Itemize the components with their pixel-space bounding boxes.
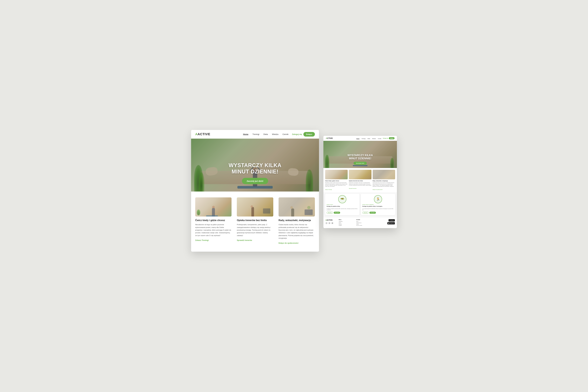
secondary-hero: WYSTARCZY KILKA MINUT DZIENNIE! Zacznij … [324,141,397,168]
secondary-logo: ACTIVE [326,137,333,139]
s-feature-3: Rady, wskazówki, motywacja Chyba każda o… [373,170,395,191]
main-card: AACTIVE Home Treningi Dieta Wiedza Cenni… [191,130,319,252]
s-package-desc-2: Już od pierwszego dnia użytkowania ciesz… [362,208,394,210]
secondary-card: ACTIVE Home Treningi Dieta Wiedza Cennik… [324,136,397,228]
s-package-icon-1: 🥗 [338,195,346,203]
start-button[interactable]: Zacznij już dziś! [242,178,268,184]
s-logo-ctive: CTIVE [327,137,333,139]
s-feature-img-1 [325,170,348,179]
logo-ctive: ACTIVE [198,132,210,136]
s-start-button[interactable]: Zacznij już dziś! [354,162,366,165]
s-feature-link-2[interactable]: Sprawdź trenerów [349,188,356,189]
s-footer-link-dieta[interactable]: DIETA [339,222,356,223]
feature-title-3: Rady, wskazówki, motywacja [278,219,315,222]
s-package-icon-2: 🏃 [374,195,382,203]
feature-desc-2: Profesjonalni, kompetentni, pełni pasji.… [237,223,273,237]
hero-title: WYSTARCZY KILKA MINUT DZIENNIE! [228,162,282,175]
s-nav-cennik[interactable]: Cennik [378,137,381,140]
s-feature-link-1[interactable]: Zobacz Treningi [325,189,332,190]
apple-icon:  [390,220,390,221]
login-button[interactable]: Zaloguj się [292,133,302,135]
feature-img-laptop [278,198,315,216]
s-buy-btn-2[interactable]: Kup pakiet [370,212,376,214]
join-button[interactable]: Dołącz [304,132,315,136]
s-contact-phone: 22 222 11 56 66 [356,225,377,226]
feature-desc-3: Chyba każda osoba, która chociaż raz pró… [278,223,315,240]
s-footer: AACTIVE f ◎ ▶ Menu TRENINGI DIETA WIEDZA… [324,217,397,228]
feature-link-3[interactable]: Dołącz do społeczności [278,242,298,244]
s-package-2: 🏃 PAKIET DIETA+TRENINGI Dostęp do pakiet… [361,194,395,215]
s-hero-title: WYSTARCZY KILKA MINUT DZIENNIE! [348,154,373,160]
feature-title-1: Ćwicz kiedy i gdzie chcesz [195,219,232,222]
s-packages: 🥗 PAKIET DIETA Dostęp do pakietu diety. … [324,192,397,217]
s-footer-logo-a: A [326,219,327,221]
youtube-icon[interactable]: ▶ [331,222,334,224]
feature-img-yoga [195,198,232,216]
s-footer-apps-col:  App Store ▶ Google Play [377,219,395,226]
s-package-1: 🥗 PAKIET DIETA Dostęp do pakietu diety. … [325,194,360,215]
hero-overlay: WYSTARCZY KILKA MINUT DZIENNIE! Zacznij … [191,138,319,192]
nav-item-home[interactable]: Home [243,133,248,136]
s-footer-contact-col: Kontakt Email info@active.pl Telefon 22 … [356,219,377,226]
feature-img-trainer [237,198,273,216]
s-package-btns-2: Wypróbuj Kup pakiet [362,212,394,214]
s-footer-link-cennik[interactable]: CENNIK [339,225,356,226]
s-package-btns-1: Wypróbuj Kup pakiet [327,212,358,214]
s-nav-wiedza[interactable]: Wiedza [372,137,376,140]
s-footer-menu-title: Menu [339,219,356,220]
s-contact-phone-label: Telefon [356,224,377,224]
feature-title-2: Opieka trenerów bez limitu [237,219,273,222]
s-package-tag-1: PAKIET DIETA [327,204,358,205]
s-footer-social: f ◎ ▶ [326,222,339,224]
instagram-icon[interactable]: ◎ [328,222,330,224]
main-logo: AACTIVE [195,132,210,136]
s-nav-home[interactable]: Home [356,137,360,140]
facebook-icon[interactable]: f [326,222,328,224]
google-play-icon: ▶ [388,222,390,224]
s-nav-dieta[interactable]: Dieta [368,137,370,140]
s-contact-email-label: Email [356,221,377,222]
s-try-btn-1[interactable]: Wypróbuj [327,212,333,214]
s-feature-title-2: Opieka trenerów bez limitu [349,180,371,182]
s-footer-link-wiedza[interactable]: WIEDZA [339,224,356,224]
nav-item-dieta[interactable]: Dieta [264,133,268,136]
nav-item-wiedza[interactable]: Wiedza [272,133,278,136]
nav-item-cennik[interactable]: Cennik [282,133,288,136]
google-play-badge[interactable]: ▶ Google Play [387,222,395,224]
s-footer-menu-col: Menu TRENINGI DIETA WIEDZA CENNIK [339,219,356,226]
feature-item-1: Ćwicz kiedy i gdzie chcesz Niezależnie o… [195,198,234,244]
s-nav-treningi[interactable]: Treningi [362,137,366,140]
s-login-button[interactable]: Zaloguj się [383,138,388,139]
s-footer-link-treningi[interactable]: TRENINGI [339,221,356,222]
secondary-navbar: ACTIVE Home Treningi Dieta Wiedza Cennik… [324,136,397,141]
main-nav-links: Home Treningi Dieta Wiedza Cennik [243,133,288,136]
s-logo-a: A [326,137,327,139]
google-play-text: Google Play [390,223,394,224]
s-feature-1: Ćwicz kiedy i gdzie chcesz Niezależnie o… [325,170,348,191]
s-footer-contact-title: Kontakt [356,219,377,220]
feature-item-3: Rady, wskazówki, motywacja Chyba każda o… [276,198,315,244]
s-feature-2: Opieka trenerów bez limitu Profesjonalni… [349,170,371,191]
s-feature-img-3 [373,170,395,179]
feature-link-2[interactable]: Sprawdź trenerów [237,239,252,241]
s-join-button[interactable]: Dołącz [389,137,394,139]
s-feature-desc-2: Profesjonalni, kompetentni, pełni pasji.… [349,182,371,186]
feature-desc-1: Niezależnie od tego na jakim poziomie wy… [195,223,232,237]
s-footer-logo: AACTIVE [326,219,339,221]
s-feature-img-2 [349,170,371,179]
s-feature-title-3: Rady, wskazówki, motywacja [373,180,395,182]
main-hero: WYSTARCZY KILKA MINUT DZIENNIE! Zacznij … [191,138,319,192]
nav-item-treningi[interactable]: Treningi [252,133,259,136]
s-feature-link-3[interactable]: Dołącz do społeczności [373,189,383,190]
feature-link-1[interactable]: Zobacz Treningi [195,239,208,241]
app-store-badge[interactable]:  App Store [388,219,395,222]
s-feature-desc-1: Niezależnie od tego na jakim poziomie wy… [325,182,348,187]
s-hero-overlay: WYSTARCZY KILKA MINUT DZIENNIE! Zacznij … [324,141,397,168]
s-nav-links: Home Treningi Dieta Wiedza Cennik [356,137,381,140]
s-feature-desc-3: Chyba każda osoba, która chociaż raz pró… [373,182,395,187]
s-try-btn-2[interactable]: Wypróbuj [362,212,369,214]
s-buy-btn-1[interactable]: Kup pakiet [334,212,340,214]
scene: AACTIVE Home Treningi Dieta Wiedza Cenni… [191,130,397,262]
main-navbar: AACTIVE Home Treningi Dieta Wiedza Cenni… [191,130,319,138]
s-contact-email: info@active.pl [356,222,377,223]
